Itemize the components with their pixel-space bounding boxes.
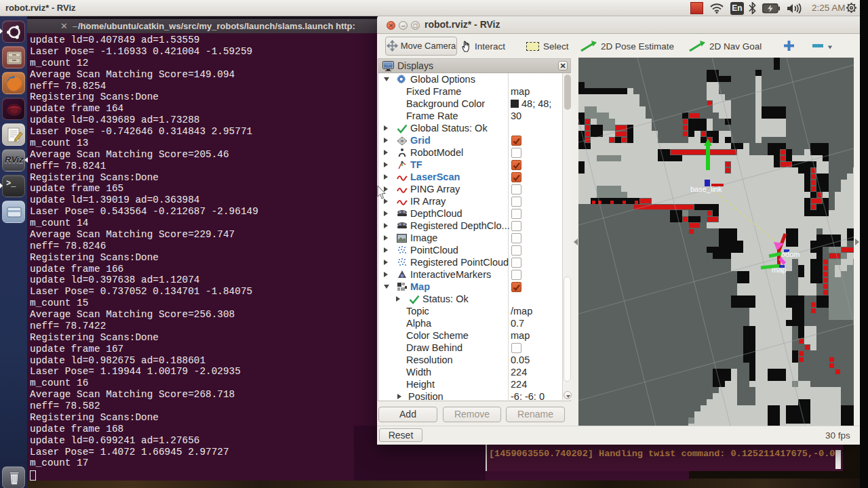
svg-text:map: map — [772, 266, 786, 274]
svg-text:base_link: base_link — [690, 185, 722, 193]
svg-text:odom: odom — [781, 250, 800, 258]
